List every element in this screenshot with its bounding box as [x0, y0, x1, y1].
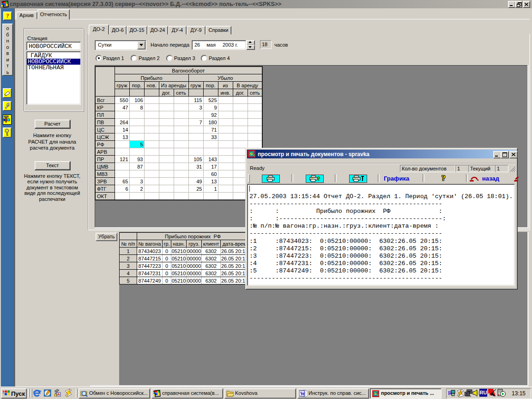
svg-text:W: W: [300, 391, 305, 396]
